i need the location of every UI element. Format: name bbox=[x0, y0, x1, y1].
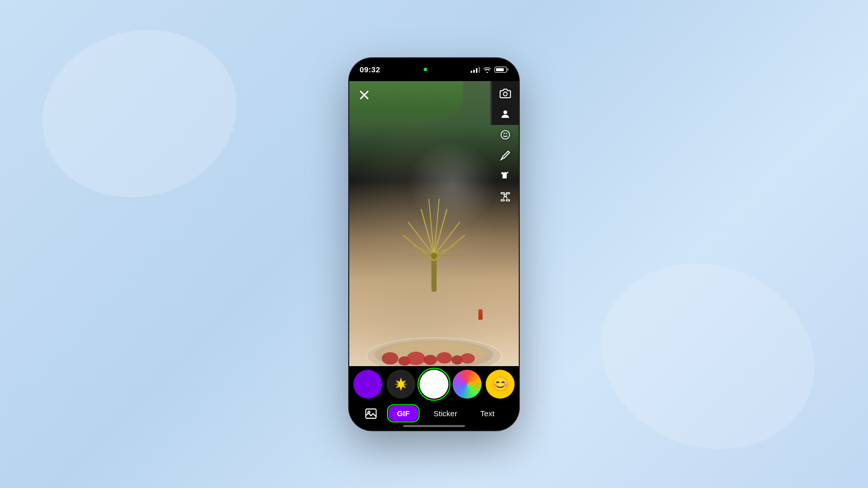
brush-icon bbox=[500, 150, 511, 161]
svg-point-28 bbox=[501, 130, 510, 139]
status-icons bbox=[471, 67, 508, 73]
svg-rect-29 bbox=[501, 192, 504, 194]
camera-flip-button[interactable] bbox=[497, 85, 514, 102]
filter-purple[interactable] bbox=[353, 370, 382, 399]
status-bar: 09:32 bbox=[349, 58, 519, 81]
photo-background bbox=[349, 81, 519, 366]
home-indicator bbox=[403, 425, 465, 427]
svg-point-21 bbox=[437, 352, 452, 364]
svg-point-26 bbox=[503, 92, 507, 96]
tab-row: GIF Sticker Text bbox=[349, 402, 519, 425]
close-button[interactable] bbox=[357, 87, 372, 103]
plant-svg bbox=[400, 194, 468, 297]
svg-rect-31 bbox=[501, 199, 504, 201]
svg-rect-32 bbox=[506, 199, 509, 201]
sticker-label: Sticker bbox=[433, 409, 457, 418]
portrait-icon bbox=[500, 108, 511, 120]
smiley-icon: 😊 bbox=[491, 375, 509, 392]
svg-point-13 bbox=[431, 253, 437, 259]
filter-starburst[interactable] bbox=[386, 370, 415, 399]
body-scan-icon bbox=[500, 191, 511, 202]
tab-text[interactable]: Text bbox=[467, 404, 508, 423]
filter-smiley[interactable]: 😊 bbox=[486, 370, 515, 399]
filter-row: 😊 bbox=[349, 366, 519, 402]
battery-icon bbox=[494, 67, 508, 73]
gallery-icon bbox=[365, 408, 377, 419]
svg-point-17 bbox=[382, 352, 398, 365]
face-effect-icon bbox=[500, 129, 511, 140]
status-dot bbox=[424, 68, 427, 71]
wifi-icon bbox=[483, 67, 491, 73]
body-scan-button[interactable] bbox=[497, 188, 514, 205]
svg-line-10 bbox=[434, 245, 455, 256]
filter-white-selected[interactable] bbox=[420, 370, 448, 399]
phone-frame: 09:32 bbox=[349, 58, 519, 430]
photo-view bbox=[349, 81, 519, 366]
brush-button[interactable] bbox=[497, 147, 514, 164]
svg-point-23 bbox=[460, 353, 475, 364]
svg-point-20 bbox=[424, 355, 437, 365]
filter-rainbow[interactable] bbox=[453, 370, 482, 399]
camera-flip-icon bbox=[500, 88, 511, 99]
svg-point-19 bbox=[407, 352, 425, 365]
face-effect-button[interactable] bbox=[497, 127, 514, 143]
tab-sticker[interactable]: Sticker bbox=[424, 404, 466, 423]
miniature-figure bbox=[478, 309, 483, 320]
starburst-icon bbox=[393, 376, 409, 392]
svg-point-27 bbox=[503, 110, 507, 114]
plant-container bbox=[400, 194, 468, 299]
tab-gallery[interactable] bbox=[360, 404, 382, 423]
shirt-button[interactable] bbox=[497, 168, 514, 184]
shirt-icon bbox=[500, 170, 511, 182]
gif-label: GIF bbox=[389, 406, 418, 421]
close-icon bbox=[360, 90, 369, 100]
svg-marker-34 bbox=[394, 377, 408, 391]
bowl-base bbox=[364, 330, 504, 361]
bowl-svg bbox=[364, 330, 504, 366]
svg-point-33 bbox=[504, 194, 507, 196]
portrait-button[interactable] bbox=[497, 106, 514, 122]
status-time: 09:32 bbox=[360, 65, 380, 74]
bottom-toolbar: 😊 GIF Sticker Text bbox=[349, 366, 519, 430]
right-tools-panel bbox=[497, 85, 514, 205]
signal-bars-icon bbox=[471, 67, 480, 73]
tab-gif[interactable]: GIF bbox=[382, 404, 424, 423]
svg-line-9 bbox=[413, 245, 434, 256]
svg-rect-30 bbox=[506, 192, 509, 194]
svg-rect-0 bbox=[431, 256, 437, 292]
text-label: Text bbox=[481, 409, 495, 418]
